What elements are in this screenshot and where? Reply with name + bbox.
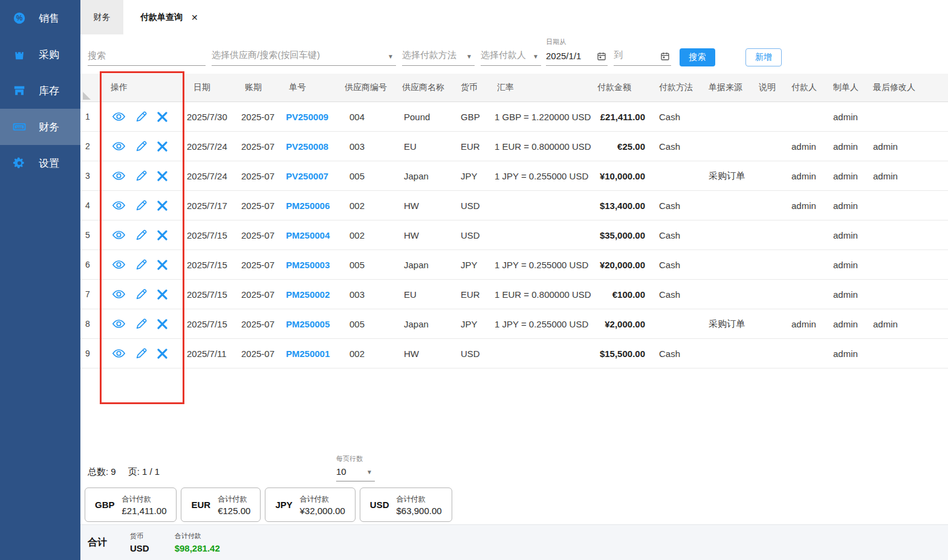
search-input[interactable] — [88, 45, 206, 66]
view-icon[interactable] — [111, 140, 127, 153]
col-header-doc_no[interactable]: 单号 — [281, 82, 342, 93]
edit-icon[interactable] — [135, 258, 148, 271]
delete-icon[interactable] — [156, 318, 169, 330]
cell-creator: admin — [830, 141, 871, 152]
sidebar-item-purchase[interactable]: 采购 — [0, 36, 80, 72]
cell-supplier_name: Japan — [396, 171, 455, 181]
tab-finance[interactable]: 财务 — [80, 0, 123, 34]
edit-icon[interactable] — [135, 347, 148, 360]
edit-icon[interactable] — [135, 317, 148, 330]
cell-date: 2025/7/15 — [184, 230, 239, 240]
col-header-source[interactable]: 单据来源 — [701, 82, 753, 93]
card-label: 合计付款 — [122, 494, 167, 504]
col-header-note[interactable]: 说明 — [753, 82, 789, 93]
cell-date: 2025/7/15 — [184, 260, 239, 270]
table-row: 52025/7/152025-07PM250004002HWUSD$35,000… — [80, 220, 948, 250]
doc-no-link[interactable]: PV250008 — [286, 141, 328, 152]
payer-select[interactable]: 选择付款人 ▼ — [481, 45, 541, 66]
col-header-supplier_name[interactable]: 供应商名称 — [396, 82, 455, 93]
doc-no-link[interactable]: PM250001 — [286, 349, 330, 359]
tab-payment-query[interactable]: 付款单查询 ✕ — [123, 0, 212, 34]
edit-icon[interactable] — [135, 288, 148, 301]
chevron-down-icon: ▼ — [466, 53, 472, 60]
edit-icon[interactable] — [135, 140, 148, 153]
supplier-select[interactable]: 选择供应商/搜索(按回车键) ▼ — [212, 45, 396, 66]
view-icon[interactable] — [111, 110, 127, 123]
card-label: 合计付款 — [397, 494, 442, 504]
doc-no-link[interactable]: PM250006 — [286, 201, 330, 211]
cell-supplier_code: 003 — [342, 289, 396, 300]
col-header-rate[interactable]: 汇率 — [484, 82, 592, 93]
cell-date: 2025/7/15 — [184, 319, 239, 329]
delete-icon[interactable] — [156, 111, 169, 123]
delete-icon[interactable] — [156, 259, 169, 271]
cell-rate: 1 EUR = 0.800000 USD — [484, 289, 592, 300]
view-icon[interactable] — [111, 169, 127, 182]
tab-close-icon[interactable]: ✕ — [191, 13, 198, 22]
col-header-method[interactable]: 付款方法 — [650, 82, 701, 93]
col-header-supplier_code[interactable]: 供应商编号 — [342, 82, 396, 93]
doc-no-link[interactable]: PM250004 — [286, 230, 330, 240]
view-icon[interactable] — [111, 288, 127, 301]
sidebar-item-sales[interactable]: %销售 — [0, 0, 80, 36]
col-header-period[interactable]: 账期 — [239, 82, 281, 93]
currency-label: 货币 — [130, 532, 149, 541]
delete-icon[interactable] — [156, 170, 169, 182]
date-from-field[interactable]: 日期从 2025/1/1 — [546, 34, 608, 66]
doc-no-link[interactable]: PV250009 — [286, 112, 328, 122]
add-button[interactable]: 新增 — [745, 48, 782, 66]
edit-icon[interactable] — [135, 228, 148, 242]
edit-icon[interactable] — [135, 199, 148, 212]
doc-no-link[interactable]: PM250002 — [286, 289, 330, 300]
badge-percent-icon: % — [12, 11, 27, 25]
sidebar-item-finance[interactable]: 100财务 — [0, 109, 80, 145]
view-icon[interactable] — [111, 317, 127, 330]
search-button[interactable]: 搜索 — [680, 48, 715, 66]
view-icon[interactable] — [111, 347, 127, 360]
col-header-currency[interactable]: 货币 — [455, 82, 484, 93]
doc-no-link[interactable]: PM250003 — [286, 260, 330, 270]
view-icon[interactable] — [111, 228, 127, 242]
calendar-icon[interactable] — [660, 51, 670, 61]
per-page-select[interactable]: 10 ▼ — [336, 466, 375, 481]
cell-date: 2025/7/15 — [184, 289, 239, 300]
col-header-date[interactable]: 日期 — [184, 82, 239, 93]
col-header-creator[interactable]: 制单人 — [830, 82, 871, 93]
sidebar-item-inventory[interactable]: 库存 — [0, 72, 80, 109]
cell-payer: admin — [789, 171, 830, 181]
delete-icon[interactable] — [156, 140, 169, 153]
view-icon[interactable] — [111, 199, 127, 212]
payments-table: 操作日期账期单号供应商编号供应商名称货币汇率付款金额付款方法单据来源说明付款人制… — [80, 74, 948, 369]
cell-doc_no: PM250005 — [281, 319, 342, 329]
delete-icon[interactable] — [156, 347, 169, 360]
cell-amount: $15,500.00 — [592, 349, 650, 359]
doc-no-link[interactable]: PM250005 — [286, 319, 330, 329]
view-icon[interactable] — [111, 258, 127, 271]
payment-method-placeholder: 选择付款方法 — [402, 50, 456, 61]
delete-icon[interactable] — [156, 229, 169, 242]
sidebar-item-settings[interactable]: 设置 — [0, 145, 80, 181]
cell-date: 2025/7/17 — [184, 201, 239, 211]
cell-supplier_name: Pound — [396, 112, 455, 122]
col-header-amount[interactable]: 付款金额 — [592, 82, 650, 93]
calendar-icon[interactable] — [597, 51, 606, 61]
chevron-down-icon: ▼ — [366, 469, 372, 475]
cell-amount: ¥10,000.00 — [592, 171, 650, 181]
cell-payer: admin — [789, 201, 830, 211]
edit-icon[interactable] — [135, 110, 148, 123]
cell-supplier_name: HW — [396, 230, 455, 240]
cell-period: 2025-07 — [239, 260, 281, 270]
cell-supplier_name: EU — [396, 289, 455, 300]
payment-query-app: %销售采购库存100财务设置 财务 付款单查询 ✕ 选择供应商/搜索(按回车键)… — [0, 0, 948, 560]
date-to-field[interactable]: 到 — [614, 34, 671, 66]
col-header-modifier[interactable]: 最后修改人 — [871, 82, 928, 93]
tab-payment-query-label: 付款单查询 — [140, 12, 183, 23]
delete-icon[interactable] — [156, 199, 169, 212]
delete-icon[interactable] — [156, 288, 169, 301]
col-header-payer[interactable]: 付款人 — [789, 82, 830, 93]
doc-no-link[interactable]: PV250007 — [286, 171, 328, 181]
table-body: 12025/7/302025-07PV250009004PoundGBP1 GB… — [80, 102, 948, 369]
edit-icon[interactable] — [135, 169, 148, 182]
payment-method-select[interactable]: 选择付款方法 ▼ — [402, 45, 475, 66]
cell-method: Cash — [650, 230, 701, 240]
